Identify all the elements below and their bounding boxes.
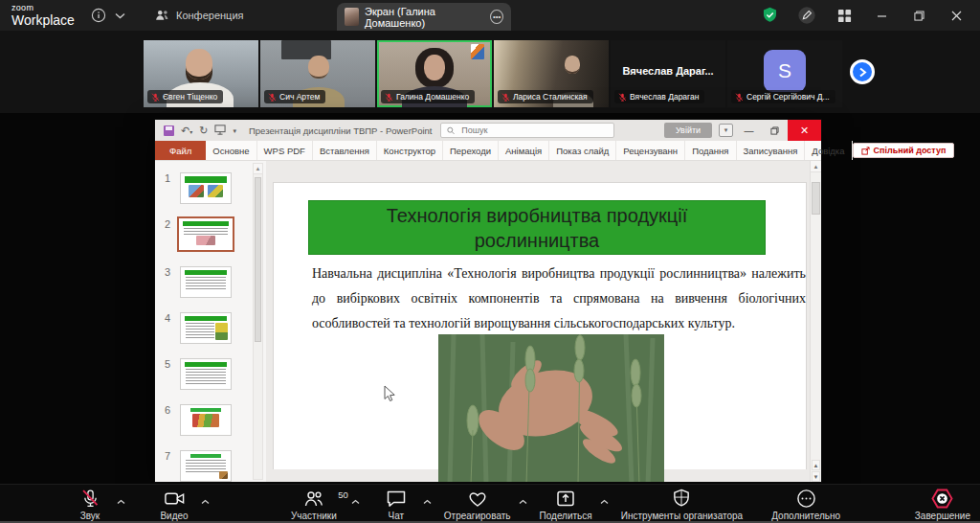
ribbon-tab-file[interactable]: Файл — [155, 141, 206, 160]
host-tools-button[interactable]: Инструменты организатора — [619, 487, 745, 521]
audio-options-chevron[interactable] — [117, 493, 125, 508]
participants-options-chevron[interactable] — [351, 493, 360, 508]
react-options-chevron[interactable] — [519, 493, 527, 508]
annotate-pencil-icon[interactable] — [796, 5, 817, 26]
chevron-down-icon[interactable] — [109, 5, 130, 26]
next-participants-page-button[interactable] — [850, 59, 875, 84]
next-slide-button[interactable]: ▼ — [812, 471, 820, 482]
ppt-search-box[interactable] — [440, 123, 614, 138]
thumbnail-panel-scrollbar[interactable]: ▲ — [253, 163, 263, 480]
participant-name-tag: Сич Артем — [264, 90, 325, 103]
participant-tile[interactable]: Євген Тіщенко — [144, 40, 258, 107]
titlebar-actions — [759, 5, 980, 26]
scrollbar-thumb[interactable] — [255, 177, 261, 342]
muted-mic-icon — [385, 93, 393, 102]
chat-options-chevron[interactable] — [423, 493, 432, 508]
participants-button[interactable]: 50 Участники — [289, 487, 350, 521]
slide-thumbnail-2-selected[interactable] — [177, 216, 234, 252]
ppt-titlebar: ↶▾ ↻ ▾ Презентація дисципліни ТВПР - Pow… — [155, 120, 821, 141]
apps-grid-icon[interactable] — [834, 5, 855, 26]
slide-thumbnail-6[interactable] — [180, 404, 232, 436]
slide-scrollbar[interactable]: ▲ ▲ ▼ — [810, 161, 821, 482]
shield-icon — [672, 489, 691, 509]
video-options-chevron[interactable] — [201, 493, 210, 508]
undo-icon[interactable]: ↶▾ — [181, 125, 192, 136]
ribbon-tab-slideshow[interactable]: Показ слайд — [549, 141, 616, 160]
save-icon[interactable] — [164, 125, 174, 136]
share-screen-button[interactable]: Поделиться — [538, 487, 594, 521]
start-slideshow-icon[interactable] — [214, 122, 226, 139]
slide-thumbnail-row-selected: 2 — [155, 218, 266, 252]
ppt-close-button[interactable]: ✕ — [788, 120, 821, 141]
tab-meeting[interactable]: Конференция — [155, 9, 243, 23]
slide-number: 7 — [155, 450, 180, 482]
ribbon-tab-view[interactable]: Подання — [685, 141, 736, 160]
slide-thumbnail-row: 3 — [155, 266, 266, 298]
minimize-button[interactable] — [871, 5, 892, 26]
tab-options-icon[interactable]: ••• — [490, 10, 503, 24]
camera-icon — [164, 489, 186, 509]
share-access-button[interactable]: Спільний доступ — [853, 143, 955, 158]
maximize-button[interactable] — [908, 5, 929, 26]
participant-display-name: Вячеслав Дараг... — [611, 65, 725, 77]
scrollbar-thumb[interactable] — [812, 182, 820, 215]
scroll-up-arrow[interactable]: ▲ — [254, 164, 262, 174]
participant-video — [186, 49, 212, 80]
ribbon-tab-wps-pdf[interactable]: WPS PDF — [257, 141, 313, 160]
participant-video — [565, 56, 580, 74]
slide-thumbnail-3[interactable] — [180, 266, 232, 298]
more-button[interactable]: Дополнительно — [769, 487, 842, 521]
search-input[interactable] — [459, 125, 608, 136]
slide-thumbnail-7[interactable] — [180, 450, 232, 482]
slide-thumbnail-5[interactable] — [180, 358, 232, 390]
react-button[interactable]: Отреагировать — [442, 487, 513, 521]
previous-slide-button[interactable]: ▲ — [812, 460, 820, 470]
participants-icon — [155, 9, 169, 23]
slide-thumbnail-4[interactable] — [180, 312, 232, 344]
ppt-restore-button[interactable] — [762, 120, 788, 141]
slide-thumbnail-row: 7 — [155, 450, 266, 482]
ppt-minimize-button[interactable]: — — [736, 120, 762, 141]
slide-body-text[interactable]: Навчальна дисципліна «Технологія виробни… — [312, 262, 806, 336]
current-slide[interactable]: Технологія виробництва продукції рослинн… — [273, 182, 807, 469]
ribbon-tab-animations[interactable]: Анімація — [499, 141, 549, 160]
ribbon-tab-help[interactable]: Довідка — [805, 141, 852, 160]
ribbon-tab-design[interactable]: Конструктор — [377, 141, 443, 160]
ribbon-tab-home[interactable]: Основне — [206, 141, 256, 160]
slide-number: 6 — [155, 404, 180, 436]
muted-mic-icon — [151, 93, 160, 102]
scroll-up-arrow[interactable]: ▲ — [811, 161, 821, 172]
slide-canvas: Технологія виробництва продукції рослинн… — [266, 161, 821, 482]
share-options-chevron[interactable] — [600, 493, 609, 508]
slide-title-banner[interactable]: Технологія виробництва продукції рослинн… — [308, 200, 766, 255]
ribbon-display-options-icon[interactable]: ▾ — [719, 124, 733, 137]
participant-tile-active-speaker[interactable]: Галина Домашенко — [377, 40, 492, 107]
participant-filmstrip: Євген Тіщенко Сич Артем Галин — [0, 31, 980, 113]
mouse-cursor — [384, 385, 396, 407]
end-meeting-button[interactable]: Завершение — [913, 487, 972, 521]
participant-tile[interactable]: S Сергій Сергійович Д... — [727, 40, 842, 107]
ribbon-tab-review[interactable]: Рецензуванн — [616, 141, 685, 160]
redo-icon[interactable]: ↻ — [199, 125, 208, 136]
security-shield-icon[interactable] — [759, 5, 780, 26]
share-icon — [861, 147, 870, 155]
ribbon-tab-insert[interactable]: Вставлення — [313, 141, 377, 160]
customize-qat-icon[interactable]: ▾ — [233, 127, 236, 134]
search-icon — [447, 126, 455, 135]
info-icon[interactable] — [88, 5, 109, 26]
wheat-field-image[interactable] — [438, 334, 664, 482]
chat-button[interactable]: Чат — [375, 487, 417, 521]
tab-screen-share[interactable]: Экран (Галина Домашенко) ••• — [337, 3, 511, 31]
slide-thumbnail-1[interactable] — [180, 172, 232, 204]
participant-tile[interactable]: Лариса Сталинская — [494, 40, 609, 107]
ribbon-tab-recording[interactable]: Записування — [737, 141, 806, 160]
participant-tile[interactable]: Вячеслав Дараг... Вячеслав Дараган — [611, 40, 725, 107]
sign-in-button[interactable]: Увійти — [664, 123, 712, 138]
ribbon-tab-transitions[interactable]: Переходи — [443, 141, 499, 160]
video-button[interactable]: Видео — [153, 487, 195, 521]
audio-button[interactable]: Звук — [69, 487, 111, 521]
avatar: S — [764, 50, 806, 92]
close-button[interactable] — [946, 5, 967, 26]
muted-mic-icon — [735, 93, 744, 102]
participant-tile[interactable]: Сич Артем — [260, 40, 375, 107]
